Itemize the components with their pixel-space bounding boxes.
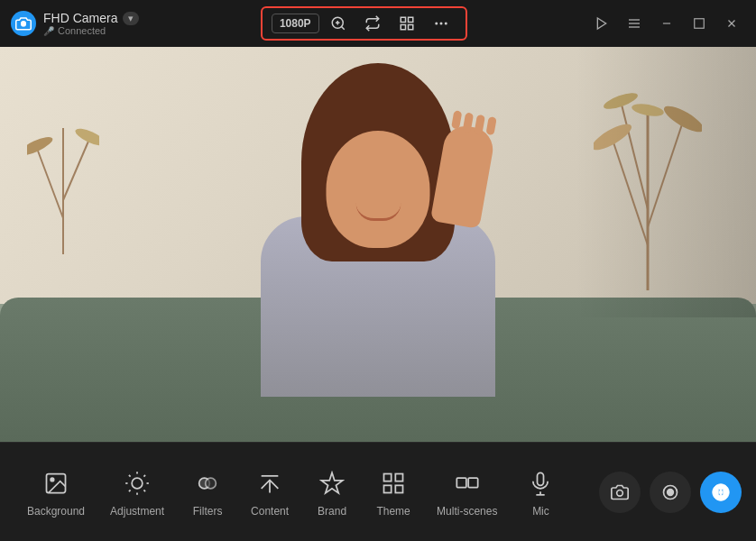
record-button[interactable] — [650, 472, 691, 513]
svg-point-11 — [439, 23, 442, 25]
title-name-row: FHD Camera ▾ — [43, 11, 139, 25]
plant-left — [27, 74, 99, 254]
tool-filters[interactable]: Filters — [177, 458, 238, 527]
background-icon — [40, 467, 72, 500]
svg-point-35 — [51, 478, 54, 481]
svg-point-1 — [21, 22, 26, 27]
svg-rect-8 — [401, 25, 405, 30]
multi-scenes-icon — [451, 467, 484, 500]
tool-theme[interactable]: Theme — [363, 458, 424, 527]
svg-rect-9 — [408, 25, 412, 30]
svg-point-58 — [617, 490, 623, 496]
bottom-toolbar: Background Adjustment — [0, 442, 756, 541]
app-title: FHD Camera — [43, 11, 117, 25]
camera-scene — [0, 47, 756, 442]
svg-rect-51 — [384, 485, 392, 492]
tool-background[interactable]: Background — [14, 458, 97, 527]
svg-line-31 — [63, 137, 90, 200]
svg-marker-13 — [597, 18, 605, 29]
content-icon — [254, 467, 286, 500]
svg-line-30 — [36, 146, 63, 218]
svg-rect-52 — [395, 485, 402, 492]
svg-line-39 — [129, 474, 131, 476]
resolution-button[interactable]: 1080P — [272, 14, 319, 33]
svg-rect-6 — [401, 17, 405, 22]
svg-rect-54 — [468, 478, 478, 488]
app-icon — [11, 11, 36, 36]
person-face — [327, 131, 430, 248]
more-button[interactable] — [426, 12, 456, 35]
svg-point-46 — [206, 478, 217, 489]
flip-button[interactable] — [357, 12, 388, 35]
photo-button[interactable] — [599, 472, 641, 513]
filters-label: Filters — [193, 505, 223, 518]
maximize-button[interactable] — [686, 10, 713, 37]
svg-line-44 — [143, 474, 145, 476]
svg-line-43 — [129, 490, 131, 491]
connection-status: 🎤 Connected — [43, 25, 139, 36]
toolbar-highlighted: 1080P — [261, 6, 467, 41]
menu-button[interactable] — [621, 10, 648, 37]
svg-rect-50 — [395, 473, 402, 481]
title-left: FHD Camera ▾ 🎤 Connected — [11, 11, 139, 36]
camera-feed — [0, 47, 756, 442]
cast-button[interactable] — [588, 10, 615, 37]
window-controls — [588, 10, 745, 37]
svg-point-61 — [719, 491, 723, 494]
stream-button[interactable] — [700, 472, 742, 513]
zoom-in-button[interactable] — [323, 12, 354, 35]
tool-brand[interactable]: Brand — [301, 458, 363, 527]
svg-point-36 — [132, 478, 143, 489]
title-text-group: FHD Camera ▾ 🎤 Connected — [43, 11, 139, 36]
brand-icon — [316, 467, 348, 500]
svg-rect-53 — [456, 478, 466, 488]
bottom-tools: Background Adjustment — [14, 458, 571, 527]
svg-point-32 — [27, 133, 55, 159]
mic-label: Mic — [532, 505, 549, 518]
svg-rect-49 — [384, 473, 392, 481]
background-label: Background — [27, 505, 85, 518]
mic-icon — [524, 467, 557, 500]
tool-content[interactable]: Content — [238, 458, 301, 527]
theme-icon — [377, 467, 410, 500]
tool-adjustment[interactable]: Adjustment — [97, 458, 177, 527]
svg-point-12 — [444, 23, 447, 25]
minimize-button[interactable] — [653, 10, 680, 37]
shadow-right — [576, 47, 756, 317]
svg-line-40 — [143, 490, 145, 491]
title-bar: FHD Camera ▾ 🎤 Connected 1080P — [0, 0, 756, 47]
svg-rect-7 — [408, 17, 412, 22]
brand-label: Brand — [318, 505, 346, 518]
svg-point-60 — [668, 489, 674, 495]
content-label: Content — [251, 505, 289, 518]
bottom-right-controls — [599, 472, 742, 513]
svg-line-3 — [341, 26, 344, 29]
filters-icon — [191, 467, 224, 500]
effects-button[interactable] — [392, 12, 422, 35]
svg-point-10 — [435, 23, 438, 25]
adjustment-label: Adjustment — [110, 505, 164, 518]
svg-rect-18 — [695, 19, 705, 29]
svg-rect-55 — [538, 472, 544, 485]
adjustment-icon — [121, 467, 153, 500]
dropdown-badge[interactable]: ▾ — [123, 12, 139, 25]
tool-multi-scenes[interactable]: Multi-scenes — [424, 458, 510, 527]
theme-label: Theme — [376, 505, 410, 518]
tool-mic[interactable]: Mic — [510, 458, 571, 527]
multi-scenes-label: Multi-scenes — [437, 505, 497, 518]
connection-dot: 🎤 — [43, 26, 54, 36]
close-button[interactable] — [718, 10, 745, 37]
